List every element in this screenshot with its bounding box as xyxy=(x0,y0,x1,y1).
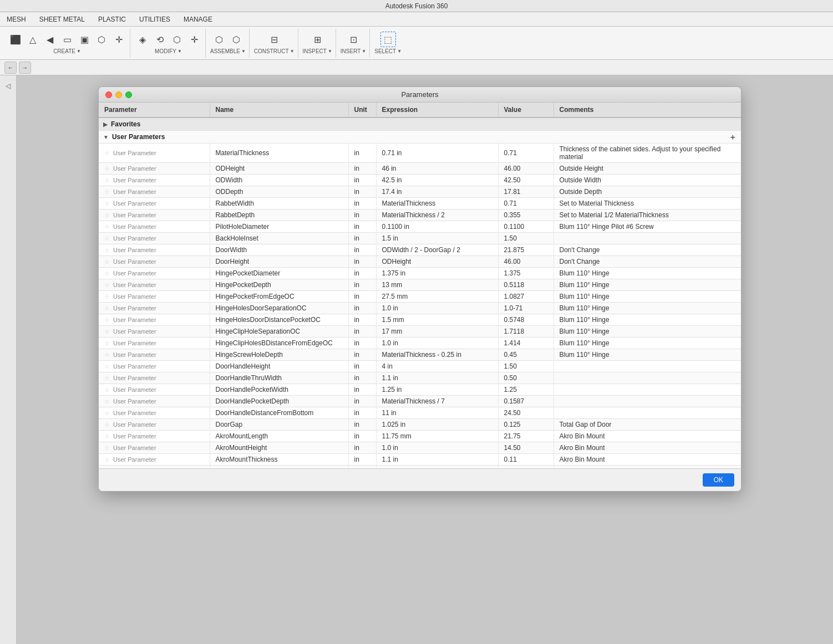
param-expression-cell-3[interactable]: 17.4 in xyxy=(376,186,498,198)
param-name-cell-24[interactable]: AkroMountLength xyxy=(210,431,348,442)
favorite-star-15[interactable]: ☆ xyxy=(104,328,110,335)
favorite-star-22[interactable]: ☆ xyxy=(104,410,110,417)
param-expression-cell-1[interactable]: 46 in xyxy=(376,163,498,175)
param-name-cell-26[interactable]: AkroMountThickness xyxy=(210,454,348,466)
table-row[interactable]: ☆ User Parameter HingeHolesDoorDistanceP… xyxy=(99,314,741,326)
left-panel-browser-icon[interactable]: ◁ xyxy=(2,80,14,92)
create-box-icon[interactable]: ⬛ xyxy=(8,32,23,47)
param-expression-cell-21[interactable]: MaterialThickness / 7 xyxy=(376,396,498,407)
param-expression-cell-15[interactable]: 17 mm xyxy=(376,326,498,338)
favorite-star-1[interactable]: ☆ xyxy=(104,165,110,172)
favorite-star-17[interactable]: ☆ xyxy=(104,351,110,359)
table-row[interactable]: ☆ User Parameter AkroMountThickness in 1… xyxy=(99,454,741,466)
modify-move-icon[interactable]: ✛ xyxy=(186,32,202,47)
param-expression-cell-6[interactable]: 0.1100 in xyxy=(376,221,498,233)
param-name-cell-1[interactable]: ODHeight xyxy=(210,163,348,175)
param-name-cell-13[interactable]: HingeHolesDoorSeparationOC xyxy=(210,303,348,314)
param-expression-cell-4[interactable]: MaterialThickness xyxy=(376,198,498,209)
construct-offset-plane-icon[interactable]: ⊟ xyxy=(266,32,282,47)
param-name-cell-25[interactable]: AkroMountHeight xyxy=(210,442,348,454)
table-row[interactable]: ☆ User Parameter DoorHandleThruWidth in … xyxy=(99,372,741,384)
undo-button[interactable]: ← xyxy=(4,62,17,74)
param-expression-cell-13[interactable]: 1.0 in xyxy=(376,303,498,314)
menu-mesh[interactable]: MESH xyxy=(4,14,28,24)
param-name-cell-0[interactable]: MaterialThickness xyxy=(210,144,348,163)
param-name-cell-9[interactable]: DoorHeight xyxy=(210,256,348,268)
param-name-cell-20[interactable]: DoorHandlePocketWidth xyxy=(210,384,348,396)
menu-manage[interactable]: MANAGE xyxy=(181,14,215,24)
table-row[interactable]: ☆ User Parameter MaterialThickness in 0.… xyxy=(99,144,741,163)
param-expression-cell-11[interactable]: 13 mm xyxy=(376,279,498,291)
param-name-cell-3[interactable]: ODDepth xyxy=(210,186,348,198)
create-coil-icon[interactable]: ▣ xyxy=(77,32,92,47)
favorite-star-2[interactable]: ☆ xyxy=(104,177,110,184)
favorite-star-27[interactable]: ☆ xyxy=(104,468,110,469)
param-name-cell-21[interactable]: DoorHandlePocketDepth xyxy=(210,396,348,407)
param-name-cell-10[interactable]: HingePocketDiameter xyxy=(210,268,348,279)
favorite-star-24[interactable]: ☆ xyxy=(104,433,110,440)
param-expression-cell-9[interactable]: ODHeight xyxy=(376,256,498,268)
table-row[interactable]: ☆ User Parameter DoorHandleHeight in 4 i… xyxy=(99,361,741,372)
param-name-cell-17[interactable]: HingeScrewHoleDepth xyxy=(210,349,348,361)
close-button[interactable] xyxy=(105,91,112,98)
param-name-cell-19[interactable]: DoorHandleThruWidth xyxy=(210,372,348,384)
favorite-star-19[interactable]: ☆ xyxy=(104,375,110,382)
param-expression-cell-20[interactable]: 1.25 in xyxy=(376,384,498,396)
modify-press-pull-icon[interactable]: ◈ xyxy=(135,32,150,47)
menu-utilities[interactable]: UTILITIES xyxy=(137,14,172,24)
param-name-cell-18[interactable]: DoorHandleHeight xyxy=(210,361,348,372)
create-torus-icon[interactable]: ▭ xyxy=(59,32,75,47)
table-row[interactable]: ☆ User Parameter DoorHandlePocketWidth i… xyxy=(99,384,741,396)
minimize-button[interactable] xyxy=(115,91,122,98)
favorite-star-21[interactable]: ☆ xyxy=(104,398,110,405)
param-name-cell-15[interactable]: HingeClipHoleSeparationOC xyxy=(210,326,348,338)
create-cylinder-icon[interactable]: △ xyxy=(25,32,40,47)
param-expression-cell-16[interactable]: 1.0 in xyxy=(376,338,498,349)
favorite-star-11[interactable]: ☆ xyxy=(104,282,110,289)
favorite-star-25[interactable]: ☆ xyxy=(104,444,110,452)
favorite-star-23[interactable]: ☆ xyxy=(104,421,110,428)
inspect-measure-icon[interactable]: ⊞ xyxy=(309,32,325,47)
param-name-cell-2[interactable]: ODWidth xyxy=(210,175,348,186)
param-name-cell-16[interactable]: HingeClipHolesBDistanceFromEdgeOC xyxy=(210,338,348,349)
create-more-icon[interactable]: ✛ xyxy=(111,32,126,47)
favorite-star-14[interactable]: ☆ xyxy=(104,316,110,324)
param-expression-cell-2[interactable]: 42.5 in xyxy=(376,175,498,186)
create-pipe-icon[interactable]: ⬡ xyxy=(94,32,109,47)
table-row[interactable]: ☆ User Parameter PilotHoleDiameter in 0.… xyxy=(99,221,741,233)
favorite-star-8[interactable]: ☆ xyxy=(104,247,110,254)
favorite-star-6[interactable]: ☆ xyxy=(104,223,110,231)
parameters-table-container[interactable]: Parameter Name Unit Expression Value Com… xyxy=(99,103,741,468)
param-name-cell-8[interactable]: DoorWidth xyxy=(210,244,348,256)
favorite-star-20[interactable]: ☆ xyxy=(104,386,110,393)
favorites-toggle[interactable]: ▶ xyxy=(103,121,108,127)
param-name-cell-12[interactable]: HingePocketFromEdgeOC xyxy=(210,291,348,303)
select-icon[interactable]: ⬚ xyxy=(380,32,396,47)
param-expression-cell-26[interactable]: 1.1 in xyxy=(376,454,498,466)
favorite-star-0[interactable]: ☆ xyxy=(104,150,110,157)
table-row[interactable]: ☆ User Parameter ODWidth in 42.5 in 42.5… xyxy=(99,175,741,186)
param-name-cell-14[interactable]: HingeHolesDoorDistancePocketOC xyxy=(210,314,348,326)
table-row[interactable]: ☆ User Parameter HingePocketFromEdgeOC i… xyxy=(99,291,741,303)
param-expression-cell-22[interactable]: 11 in xyxy=(376,407,498,419)
table-row[interactable]: ☆ User Parameter DoorHandleDistanceFromB… xyxy=(99,407,741,419)
table-row[interactable]: ☆ User Parameter ODDepth in 17.4 in 17.8… xyxy=(99,186,741,198)
favorite-star-5[interactable]: ☆ xyxy=(104,212,110,219)
param-expression-cell-23[interactable]: 1.025 in xyxy=(376,419,498,431)
favorite-star-13[interactable]: ☆ xyxy=(104,305,110,312)
param-expression-cell-10[interactable]: 1.375 in xyxy=(376,268,498,279)
modify-chamfer-icon[interactable]: ⬡ xyxy=(169,32,185,47)
insert-icon[interactable]: ⊡ xyxy=(346,32,361,47)
param-expression-cell-8[interactable]: ODWidth / 2 - DoorGap / 2 xyxy=(376,244,498,256)
table-row[interactable]: ☆ User Parameter RabbetDepth in Material… xyxy=(99,209,741,221)
table-row[interactable]: ☆ User Parameter ODHeight in 46 in 46.00… xyxy=(99,163,741,175)
create-sphere-icon[interactable]: ◀ xyxy=(42,32,58,47)
table-row[interactable]: ☆ User Parameter AkroMountHeight in 1.0 … xyxy=(99,442,741,454)
param-expression-cell-5[interactable]: MaterialThickness / 2 xyxy=(376,209,498,221)
param-expression-cell-7[interactable]: 1.5 in xyxy=(376,233,498,244)
param-expression-cell-19[interactable]: 1.1 in xyxy=(376,372,498,384)
param-name-cell-11[interactable]: HingePocketDepth xyxy=(210,279,348,291)
table-row[interactable]: ☆ User Parameter HingePocketDepth in 13 … xyxy=(99,279,741,291)
assemble-joint-icon[interactable]: ⬡ xyxy=(228,32,244,47)
redo-button[interactable]: → xyxy=(19,62,31,74)
